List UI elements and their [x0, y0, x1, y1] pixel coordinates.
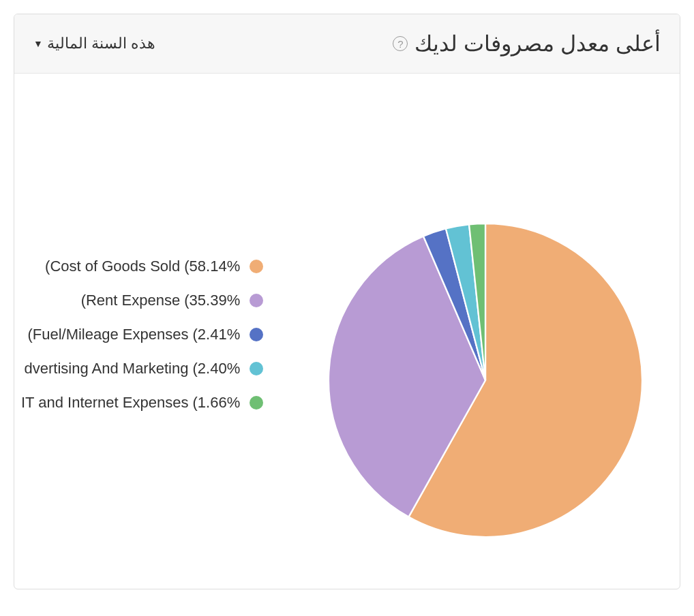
legend-dot-icon [250, 362, 263, 375]
header-title-wrap: أعلى معدل مصروفات لديك ? [393, 31, 661, 57]
period-label: هذه السنة المالية [47, 35, 155, 52]
legend-item-fuel[interactable]: (Fuel/Mileage Expenses (2.41% [21, 326, 263, 343]
legend-label: dvertising And Marketing (2.40% [25, 360, 241, 378]
legend-item-rent[interactable]: (Rent Expense (35.39% [21, 292, 263, 309]
legend-dot-icon [250, 328, 263, 341]
legend-label: (Fuel/Mileage Expenses (2.41% [27, 326, 240, 343]
legend-dot-icon [250, 294, 263, 307]
card-header: ▼ هذه السنة المالية أعلى معدل مصروفات لد… [14, 14, 680, 74]
legend-item-cogs[interactable]: (Cost of Goods Sold (58.14% [21, 258, 263, 275]
chevron-down-icon: ▼ [33, 38, 43, 49]
expenses-card: ▼ هذه السنة المالية أعلى معدل مصروفات لد… [14, 14, 680, 589]
legend: (Cost of Goods Sold (58.14% (Rent Expens… [21, 258, 263, 412]
pie-chart-wrap [329, 224, 642, 540]
help-icon[interactable]: ? [393, 36, 408, 51]
legend-dot-icon [250, 260, 263, 273]
legend-item-it[interactable]: IT and Internet Expenses (1.66% [21, 394, 263, 412]
period-dropdown[interactable]: ▼ هذه السنة المالية [33, 35, 155, 52]
card-body: (Cost of Goods Sold (58.14% (Rent Expens… [14, 74, 680, 589]
card-title: أعلى معدل مصروفات لديك [414, 31, 661, 57]
legend-dot-icon [250, 396, 263, 410]
legend-label: (Cost of Goods Sold (58.14% [45, 258, 240, 275]
pie-chart [329, 224, 642, 537]
legend-item-advertising[interactable]: dvertising And Marketing (2.40% [21, 360, 263, 378]
legend-label: (Rent Expense (35.39% [81, 292, 241, 309]
legend-label: IT and Internet Expenses (1.66% [21, 394, 240, 412]
